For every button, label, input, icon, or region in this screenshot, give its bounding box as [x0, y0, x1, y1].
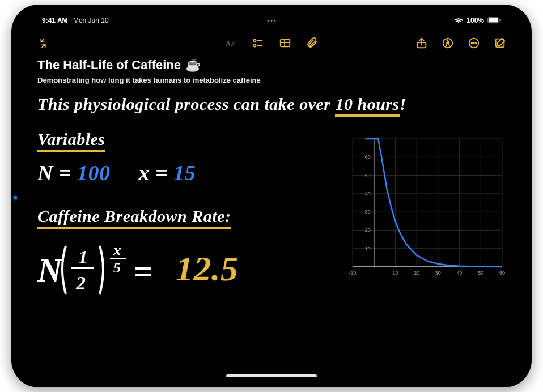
svg-point-11: [473, 42, 474, 44]
attachment-icon[interactable]: [304, 35, 320, 51]
rate-heading: Caffeine Breakdown Rate:: [37, 207, 231, 229]
svg-text:x: x: [113, 241, 121, 259]
formula-expression: N 1 2 x 5: [37, 237, 168, 300]
svg-point-4: [253, 39, 256, 41]
note-title-text: The Half-Life of Caffeine: [37, 58, 181, 73]
svg-text:1: 1: [78, 246, 88, 267]
coffee-emoji-icon: ☕: [185, 58, 201, 73]
svg-text:2: 2: [75, 272, 86, 293]
note-title: The Half-Life of Caffeine ☕: [37, 58, 506, 73]
var-x-value: 15: [173, 161, 196, 185]
checklist-icon[interactable]: [250, 35, 266, 51]
status-right: 100%: [454, 16, 501, 24]
var-x-label: x =: [139, 161, 168, 185]
svg-text:20: 20: [414, 270, 419, 276]
svg-text:10: 10: [365, 246, 371, 252]
svg-text:Aa: Aa: [226, 40, 235, 48]
multitask-dots[interactable]: [268, 20, 276, 22]
formula-result: 12.5: [176, 249, 239, 289]
compose-icon[interactable]: [492, 35, 508, 51]
pencil-indicator: [14, 196, 17, 199]
variables-heading: Variables: [37, 130, 105, 152]
screen: 9:41 AM Mon Jun 10 100%: [18, 11, 525, 381]
handwriting-line-1: This physiological process can take over…: [37, 95, 506, 114]
svg-rect-22: [135, 274, 151, 276]
battery-pct: 100%: [466, 16, 484, 24]
svg-text:10: 10: [392, 270, 398, 276]
markup-icon[interactable]: [440, 35, 456, 51]
decay-chart: -10102030405060102030405060: [336, 133, 506, 280]
svg-point-5: [253, 45, 256, 47]
formula-row: N 1 2 x 5: [37, 237, 319, 300]
svg-text:50: 50: [478, 270, 483, 276]
note-subtitle: Demonstrating how long it takes humans t…: [37, 76, 506, 84]
svg-point-10: [471, 42, 472, 44]
svg-text:60: 60: [365, 154, 371, 160]
svg-text:40: 40: [365, 191, 371, 197]
svg-text:30: 30: [365, 209, 371, 215]
svg-rect-2: [499, 19, 500, 21]
note-content[interactable]: The Half-Life of Caffeine ☕ Demonstratin…: [37, 58, 506, 372]
toolbar: Aa: [18, 31, 525, 56]
hw-line1-a: This physiological process can take over: [37, 95, 335, 113]
status-time-date: 9:41 AM Mon Jun 10: [42, 16, 109, 24]
share-icon[interactable]: [414, 35, 430, 51]
hw-line1-c: !: [400, 95, 406, 113]
hw-line1-emphasis: 10 hours: [335, 95, 399, 117]
svg-text:-10: -10: [349, 270, 356, 276]
svg-point-12: [476, 42, 477, 44]
wifi-icon: [454, 17, 463, 24]
status-date: Mon Jun 10: [73, 16, 109, 24]
variables-row: N = 100 x = 15: [37, 160, 319, 185]
home-indicator[interactable]: [226, 374, 317, 377]
var-n-label: N =: [37, 161, 71, 185]
svg-text:60: 60: [499, 270, 505, 276]
more-icon[interactable]: [466, 35, 482, 51]
svg-text:30: 30: [435, 270, 441, 276]
status-bar: 9:41 AM Mon Jun 10 100%: [18, 15, 525, 26]
table-icon[interactable]: [277, 35, 293, 51]
svg-rect-16: [71, 267, 94, 269]
svg-text:40: 40: [457, 270, 463, 276]
svg-text:N: N: [37, 252, 63, 289]
var-n-value: 100: [77, 161, 111, 185]
svg-text:5: 5: [113, 259, 121, 276]
battery-icon: [487, 17, 501, 24]
svg-rect-1: [489, 18, 498, 23]
ipad-frame: 9:41 AM Mon Jun 10 100%: [11, 5, 532, 387]
svg-text:50: 50: [365, 173, 371, 178]
status-time: 9:41 AM: [42, 16, 68, 24]
svg-rect-21: [135, 267, 151, 270]
svg-text:20: 20: [365, 227, 371, 233]
collapse-icon[interactable]: [35, 35, 51, 51]
text-format-icon[interactable]: Aa: [223, 35, 239, 51]
